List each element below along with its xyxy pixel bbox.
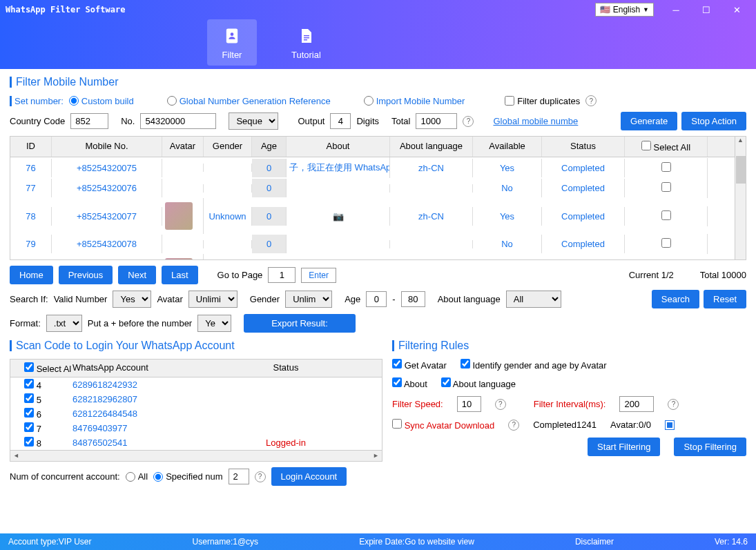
avatar-select[interactable]: Unlimi bbox=[188, 291, 238, 308]
col-avatar[interactable]: Avatar bbox=[162, 137, 204, 157]
account-row[interactable]: 56282182962807 bbox=[10, 392, 382, 406]
table-row[interactable]: 79+852543200780NoCompleted bbox=[10, 234, 746, 254]
col-mobile[interactable]: Mobile No. bbox=[52, 137, 162, 157]
account-checkbox[interactable] bbox=[24, 408, 34, 418]
identify-checkbox[interactable]: Identify gender and age by Avatar bbox=[461, 359, 607, 371]
col-status[interactable]: Status bbox=[542, 137, 625, 157]
row-checkbox[interactable] bbox=[661, 238, 671, 248]
search-button[interactable]: Search bbox=[652, 290, 699, 308]
last-button[interactable]: Last bbox=[162, 266, 198, 284]
contacts-icon bbox=[221, 25, 243, 47]
age-min-input[interactable] bbox=[366, 291, 387, 307]
filter-duplicates-checkbox[interactable]: Filter duplicates bbox=[505, 96, 580, 106]
about-checkbox[interactable]: About bbox=[392, 377, 427, 389]
set-number-label: Set number: bbox=[10, 96, 64, 106]
tab-filter[interactable]: Filter bbox=[207, 19, 257, 66]
stop-filtering-button[interactable]: Stop Filtering bbox=[674, 438, 746, 456]
table-row[interactable]: 77+852543200760NoCompleted bbox=[10, 178, 746, 198]
age-max-input[interactable] bbox=[401, 291, 425, 307]
help-icon[interactable]: ? bbox=[508, 420, 519, 431]
help-icon[interactable]: ? bbox=[495, 399, 506, 410]
generate-button[interactable]: Generate bbox=[621, 112, 677, 130]
number-input[interactable] bbox=[140, 113, 216, 129]
horizontal-scrollbar[interactable] bbox=[10, 450, 382, 461]
radio-all[interactable]: All bbox=[126, 471, 148, 482]
about-lang-label: About language bbox=[438, 294, 501, 304]
acct-select-all[interactable]: Select Al bbox=[10, 362, 72, 374]
col-available[interactable]: Available bbox=[473, 137, 542, 157]
row-checkbox[interactable] bbox=[661, 210, 671, 220]
valid-select[interactable]: Yes bbox=[113, 291, 151, 308]
account-checkbox[interactable] bbox=[24, 393, 34, 403]
search-if-label: Search If: bbox=[10, 294, 48, 304]
previous-button[interactable]: Previous bbox=[59, 266, 113, 284]
status-bar: Account type:VIP User Username:1@cys Exp… bbox=[0, 533, 756, 550]
col-lang[interactable]: About language bbox=[390, 137, 473, 157]
table-row[interactable]: 76+852543200750子，我正在使用 WhatsApzh-CNYesCo… bbox=[10, 157, 746, 178]
about-lang-select[interactable]: All bbox=[506, 291, 561, 308]
format-select[interactable]: .txt bbox=[46, 315, 82, 332]
reset-button[interactable]: Reset bbox=[704, 290, 746, 308]
radio-import[interactable]: Import Mobile Number bbox=[364, 96, 465, 106]
goto-label: Go to Page bbox=[217, 270, 263, 280]
svg-point-1 bbox=[231, 32, 234, 36]
account-row[interactable]: 66281226484548 bbox=[10, 406, 382, 421]
scan-title: Scan Code to Login Your WhatsApp Account bbox=[10, 340, 382, 352]
row-checkbox[interactable] bbox=[661, 182, 671, 192]
home-button[interactable]: Home bbox=[10, 266, 53, 284]
tab-tutorial[interactable]: Tutorial bbox=[278, 19, 335, 66]
gender-select[interactable]: Unlim bbox=[285, 291, 332, 308]
enter-button[interactable]: Enter bbox=[301, 268, 336, 283]
maximize-button[interactable]: ☐ bbox=[692, 1, 720, 18]
radio-specified[interactable]: Specified num bbox=[153, 471, 222, 482]
col-id[interactable]: ID bbox=[10, 137, 52, 157]
document-icon bbox=[295, 25, 317, 47]
col-age[interactable]: Age bbox=[252, 137, 287, 157]
col-select-all[interactable]: Select All bbox=[625, 137, 708, 157]
global-mobile-link[interactable]: Global mobile numbe bbox=[493, 116, 578, 126]
export-button[interactable]: Export Result: bbox=[244, 314, 356, 333]
sync-avatar-checkbox[interactable]: Sync Avatar Download bbox=[392, 419, 494, 431]
total-input[interactable] bbox=[416, 113, 457, 129]
country-code-label: Country Code bbox=[10, 116, 65, 126]
put-plus-select[interactable]: Ye bbox=[197, 315, 231, 332]
vertical-scrollbar[interactable]: ▲ bbox=[735, 137, 746, 259]
specified-num-input[interactable] bbox=[229, 469, 249, 484]
start-filtering-button[interactable]: Start Filtering bbox=[588, 438, 660, 456]
disclaimer-link[interactable]: Disclaimer bbox=[575, 537, 614, 547]
expire-date[interactable]: Expire Date:Go to website view bbox=[359, 537, 474, 547]
login-account-button[interactable]: Login Account bbox=[271, 467, 347, 486]
output-label: Output bbox=[298, 116, 324, 126]
account-row[interactable]: 46289618242932 bbox=[10, 377, 382, 392]
page-input[interactable] bbox=[268, 267, 295, 283]
get-avatar-checkbox[interactable]: Get Avatar bbox=[392, 359, 447, 371]
help-icon[interactable]: ? bbox=[255, 471, 266, 482]
help-icon[interactable]: ? bbox=[585, 95, 597, 106]
country-code-input[interactable] bbox=[70, 113, 108, 129]
output-input[interactable] bbox=[330, 113, 351, 129]
radio-global[interactable]: Global Number Generation Reference bbox=[167, 96, 331, 106]
language-select[interactable]: 🇺🇸 English ▼ bbox=[595, 3, 654, 17]
sequence-select[interactable]: Seque bbox=[229, 112, 278, 130]
account-row[interactable]: 884876502541Logged-in bbox=[10, 435, 382, 450]
minimize-button[interactable]: ─ bbox=[662, 1, 690, 18]
account-checkbox[interactable] bbox=[24, 379, 34, 389]
filter-interval-input[interactable] bbox=[619, 396, 654, 412]
close-button[interactable]: ✕ bbox=[723, 1, 750, 18]
table-row[interactable]: 78+85254320077Unknown0📷zh-CNYesCompleted bbox=[10, 198, 746, 234]
filter-speed-label: Filter Speed: bbox=[392, 399, 443, 409]
account-checkbox[interactable] bbox=[24, 422, 34, 432]
account-checkbox[interactable] bbox=[24, 437, 34, 446]
filter-speed-input[interactable] bbox=[457, 396, 481, 412]
stop-action-button[interactable]: Stop Action bbox=[681, 112, 746, 130]
account-row[interactable]: 784769403977 bbox=[10, 421, 382, 435]
row-checkbox[interactable] bbox=[661, 162, 671, 172]
radio-custom[interactable]: Custom build bbox=[69, 96, 134, 106]
help-icon[interactable]: ? bbox=[668, 399, 679, 410]
about-lang-checkbox[interactable]: About language bbox=[441, 377, 516, 389]
col-about[interactable]: About bbox=[287, 137, 390, 157]
col-gender[interactable]: Gender bbox=[204, 137, 252, 157]
table-row[interactable]: 80+85254320079Female24😊zh-CNYesCompleted bbox=[10, 254, 746, 259]
next-button[interactable]: Next bbox=[118, 266, 156, 284]
help-icon[interactable]: ? bbox=[463, 116, 474, 127]
